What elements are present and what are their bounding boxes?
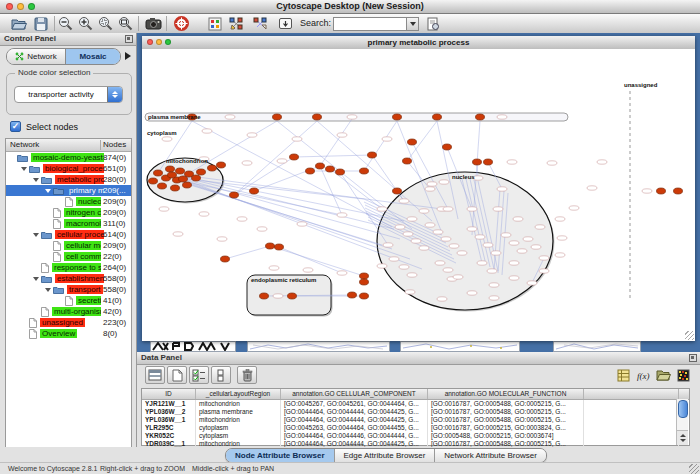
network-node-label[interactable] [427,182,437,186]
help-button[interactable] [172,15,190,32]
network-node[interactable] [168,172,177,178]
network-node-label[interactable] [199,212,209,216]
table-column-header[interactable]: annotation.GO CELLULAR_COMPONENT [281,389,428,399]
tab-network-attribute-browser[interactable]: Network Attribute Browser [434,449,545,462]
network-node[interactable] [197,169,206,175]
tab-overflow-arrow[interactable] [125,52,131,60]
network-node[interactable] [403,158,412,164]
network-node[interactable] [393,114,402,120]
expand-arrow-icon[interactable] [21,167,27,171]
network-node[interactable] [484,159,493,165]
network-node[interactable] [275,244,284,250]
table-row[interactable]: YJR121W__1mitochondrion[GO:0045267, GO:0… [142,400,689,408]
network-node[interactable] [326,166,335,172]
network-node-label[interactable] [439,180,449,184]
network-node-label[interactable] [257,227,267,231]
import-attributes-button[interactable] [655,367,672,383]
attribute-toggle-button[interactable] [211,366,231,384]
network-node-label[interactable] [453,275,463,279]
network-node[interactable] [443,144,452,150]
tree-row[interactable]: multi-organism pro42(0) [6,306,131,317]
network-node-label[interactable] [411,239,421,243]
edge-network-tool-button[interactable] [252,15,270,32]
network-node-label[interactable] [225,115,235,119]
network-node-label[interactable] [497,115,507,119]
table-row[interactable]: YPL036W__2plasma membrane[GO:0044464, GO… [142,408,689,416]
network-node[interactable] [313,114,322,120]
delete-attribute-button[interactable] [237,366,257,384]
tree-row[interactable]: mosaic-demo-yeast874(0) [6,152,131,163]
network-node-label[interactable] [347,115,357,119]
network-node-label[interactable] [162,137,172,141]
save-session-button[interactable] [32,15,50,32]
network-node[interactable] [179,176,188,182]
network-node[interactable] [266,243,275,249]
tree-row[interactable]: nucleobase-209(0) [6,196,131,207]
advanced-search-button[interactable] [424,15,442,32]
network-node-label[interactable] [242,161,252,165]
tab-node-attribute-browser[interactable]: Node Attribute Browser [226,449,334,462]
network-node-label[interactable] [377,264,387,268]
network-node-label[interactable] [433,230,443,234]
network-node[interactable] [360,293,369,299]
tree-row[interactable]: cell communicat22(0) [6,251,131,262]
network-node-label[interactable] [523,237,533,241]
network-node-label[interactable] [247,133,257,137]
expand-arrow-icon[interactable] [45,288,51,292]
float-panel-icon[interactable] [689,354,697,362]
network-node-label[interactable] [642,189,652,193]
network-node-label[interactable] [403,232,413,236]
table-column-header[interactable]: _cellularLayoutRegion [196,389,281,399]
network-node-label[interactable] [501,233,511,237]
attribute-matrix-button[interactable] [615,367,632,383]
network-node-label[interactable] [535,225,545,229]
new-attribute-button[interactable] [167,366,187,384]
network-node[interactable] [360,279,369,285]
tree-row[interactable]: transport558(0) [6,284,131,295]
network-node-label[interactable] [337,213,347,217]
network-node-label[interactable] [509,241,519,245]
network-node[interactable] [473,159,482,165]
network-node[interactable] [149,178,158,184]
network-canvas[interactable]: plasma membranecytoplasmmitochondrionnuc… [142,49,695,341]
table-column-header[interactable] [584,389,679,399]
table-column-header[interactable]: ID [142,389,196,399]
tree-col-network[interactable]: Network [10,139,39,150]
tree-row[interactable]: secretion41(0) [6,295,131,306]
network-node-label[interactable] [493,207,503,211]
network-node-label[interactable] [509,276,519,280]
network-node-label[interactable] [419,246,429,250]
network-node[interactable] [393,188,402,194]
network-node-label[interactable] [467,291,477,295]
network-node[interactable] [674,188,683,194]
network-node-label[interactable] [407,273,417,277]
network-node-label[interactable] [377,207,387,211]
network-node-label[interactable] [467,207,477,211]
table-vertical-scrollbar[interactable] [676,399,688,445]
tree-row[interactable]: biological_process651(0) [6,163,131,174]
tree-row[interactable]: nitrogen compo209(0) [6,207,131,218]
network-node-label[interactable] [539,256,549,260]
formula-button[interactable]: f(x) [635,367,652,383]
network-node[interactable] [657,188,666,194]
snapshot-button[interactable] [144,15,162,32]
network-node-label[interactable] [491,251,501,255]
zoom-out-button[interactable] [56,15,74,32]
network-node-label[interactable] [555,253,565,257]
network-node-label[interactable] [467,227,477,231]
network-node[interactable] [154,170,163,176]
network-node[interactable] [250,188,259,194]
network-node[interactable] [476,114,485,120]
network-node-label[interactable] [443,207,453,211]
network-node-label[interactable] [539,269,549,273]
tree-row[interactable]: unassigned223(0) [6,317,131,328]
select-nodes-checkbox[interactable]: ✓ [10,121,21,132]
network-node-label[interactable] [159,207,169,211]
network-node-label[interactable] [297,222,307,226]
app-resize-grip[interactable] [689,464,699,474]
network-node[interactable] [336,169,345,175]
network-node[interactable] [158,183,167,189]
network-node-label[interactable] [497,187,507,191]
heatmap-button[interactable] [675,367,692,383]
network-node[interactable] [360,168,369,174]
